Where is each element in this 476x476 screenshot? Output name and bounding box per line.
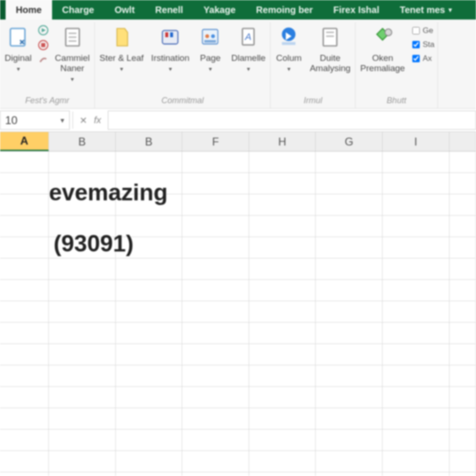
cell[interactable] xyxy=(0,430,49,451)
cell[interactable] xyxy=(249,387,316,408)
cell[interactable] xyxy=(249,451,316,472)
cell[interactable] xyxy=(182,237,249,258)
sterleaf-button[interactable]: Ster & Leaf▾ xyxy=(97,22,146,73)
cell[interactable] xyxy=(182,216,249,237)
cell[interactable] xyxy=(383,216,450,237)
cell[interactable] xyxy=(182,408,249,430)
cell[interactable] xyxy=(450,194,476,216)
cell[interactable] xyxy=(49,301,116,323)
cell[interactable] xyxy=(450,152,476,173)
cell[interactable] xyxy=(450,430,476,451)
cell[interactable] xyxy=(316,280,383,301)
cell[interactable] xyxy=(450,365,476,387)
cell[interactable] xyxy=(49,430,116,451)
cell[interactable] xyxy=(316,152,383,173)
column-header[interactable]: B xyxy=(49,132,116,151)
cell[interactable] xyxy=(49,451,116,472)
cell[interactable] xyxy=(182,280,249,301)
checkbox[interactable] xyxy=(412,41,420,48)
cell[interactable] xyxy=(383,344,450,365)
brush-icon[interactable] xyxy=(38,55,48,65)
tab-firex-ishal[interactable]: Firex Ishal xyxy=(323,0,390,20)
cell[interactable] xyxy=(450,387,476,408)
cell[interactable] xyxy=(182,323,249,344)
cell[interactable] xyxy=(316,216,383,237)
cell[interactable] xyxy=(182,387,249,408)
cell[interactable] xyxy=(0,451,49,472)
cell[interactable] xyxy=(383,258,450,280)
chevron-down-icon[interactable]: ▼ xyxy=(59,117,66,124)
cell[interactable] xyxy=(316,173,383,194)
cell[interactable] xyxy=(450,451,476,472)
cell[interactable] xyxy=(249,430,316,451)
cell[interactable] xyxy=(249,408,316,430)
cell[interactable] xyxy=(316,301,383,323)
tab-yakage[interactable]: Yakage xyxy=(193,0,246,20)
colum-button[interactable]: Colum▾ xyxy=(272,22,305,73)
cell[interactable] xyxy=(249,152,316,173)
cell[interactable] xyxy=(49,408,116,430)
cammiel-button[interactable]: CammielNaner▾ xyxy=(52,22,93,83)
cell[interactable] xyxy=(0,280,49,301)
tab-tenet-mes[interactable]: Tenet mes▾ xyxy=(390,0,462,20)
cell[interactable] xyxy=(0,387,49,408)
tab-renell[interactable]: Renell xyxy=(145,0,193,20)
checkbox-row[interactable]: Ax xyxy=(412,54,435,63)
cell[interactable] xyxy=(182,365,249,387)
column-header[interactable]: A xyxy=(0,132,49,151)
cell[interactable] xyxy=(182,430,249,451)
cell[interactable] xyxy=(116,365,183,387)
cell[interactable] xyxy=(316,472,383,476)
checkbox-row[interactable]: Ge xyxy=(412,26,435,35)
cell[interactable] xyxy=(249,173,316,194)
cell[interactable] xyxy=(383,387,450,408)
cell[interactable] xyxy=(0,301,49,323)
diginal-button[interactable]: Diginal▾ xyxy=(2,22,34,73)
cell[interactable] xyxy=(249,237,316,258)
cell[interactable] xyxy=(49,280,116,301)
cell[interactable] xyxy=(316,344,383,365)
play-icon[interactable] xyxy=(38,25,48,35)
cell[interactable] xyxy=(0,365,49,387)
tab-owlt[interactable]: Owlt xyxy=(104,0,145,20)
cell[interactable] xyxy=(316,365,383,387)
cell[interactable] xyxy=(383,237,450,258)
grid[interactable]: evemazing (93091) xyxy=(0,152,476,476)
cell[interactable] xyxy=(249,365,316,387)
cell[interactable] xyxy=(383,280,450,301)
column-header[interactable]: B xyxy=(116,132,183,151)
cell[interactable] xyxy=(49,344,116,365)
diamelle-button[interactable]: ADlamelle▾ xyxy=(228,22,268,73)
column-header[interactable] xyxy=(450,132,476,151)
cell[interactable] xyxy=(182,344,249,365)
cell[interactable] xyxy=(49,387,116,408)
name-box[interactable]: 10 ▼ xyxy=(0,111,70,130)
cell[interactable] xyxy=(0,472,49,476)
checkbox[interactable] xyxy=(412,27,420,34)
cell[interactable] xyxy=(182,258,249,280)
cell[interactable] xyxy=(383,430,450,451)
cell[interactable] xyxy=(383,408,450,430)
cell[interactable] xyxy=(182,194,249,216)
cell[interactable] xyxy=(316,323,383,344)
cell[interactable] xyxy=(182,472,249,476)
cell[interactable] xyxy=(49,323,116,344)
oken-button[interactable]: OkenPremaliage xyxy=(357,22,408,73)
cell[interactable] xyxy=(383,472,450,476)
cell[interactable] xyxy=(182,451,249,472)
cell[interactable] xyxy=(383,173,450,194)
checkbox[interactable] xyxy=(412,55,420,62)
cell[interactable] xyxy=(316,430,383,451)
cell[interactable] xyxy=(116,280,183,301)
institution-button[interactable]: Irstination▾ xyxy=(148,22,192,73)
column-header[interactable]: H xyxy=(249,132,316,151)
cell[interactable] xyxy=(249,194,316,216)
cell[interactable] xyxy=(182,152,249,173)
cell[interactable] xyxy=(249,344,316,365)
cell[interactable] xyxy=(249,216,316,237)
cell[interactable] xyxy=(450,344,476,365)
cell[interactable] xyxy=(383,194,450,216)
fx-cancel-icon[interactable]: ✕ xyxy=(79,115,87,126)
cell[interactable] xyxy=(316,451,383,472)
cell[interactable] xyxy=(383,152,450,173)
